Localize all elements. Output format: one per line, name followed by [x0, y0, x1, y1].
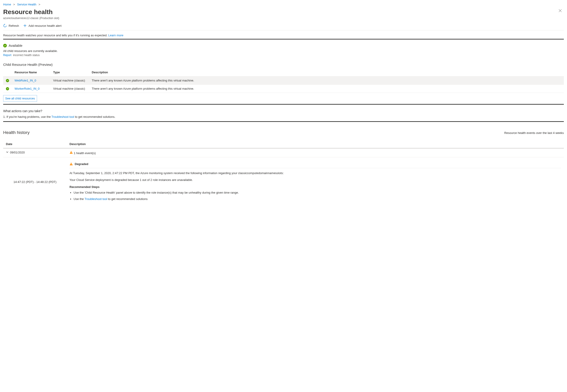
intro-body: Resource health watches your resource an… [3, 34, 107, 37]
resource-name-link[interactable]: WorkerRole1_IN_0 [14, 87, 40, 90]
history-date: 09/01/2020 [10, 151, 25, 154]
refresh-label: Refresh [9, 24, 19, 28]
recommended-step: Use the 'Child Resource Health' panel ab… [73, 190, 561, 195]
warning-icon [70, 162, 73, 166]
svg-rect-2 [71, 163, 71, 165]
close-icon [558, 9, 562, 13]
child-health-heading: Child Resource Health (Preview) [3, 63, 564, 67]
report-text: incorrect health status [13, 54, 40, 57]
col-description: Description [67, 140, 564, 148]
resource-name-link[interactable]: WebRole1_IN_0 [14, 79, 36, 82]
svg-rect-1 [71, 153, 71, 154]
available-icon [3, 44, 7, 47]
actions-list: 1. If you're having problems, use the Tr… [3, 115, 564, 122]
add-alert-button[interactable]: Add resource health alert [23, 24, 61, 28]
breadcrumb-service-health[interactable]: Service Health [17, 3, 37, 6]
chevron-down-icon [6, 151, 9, 154]
history-summary: 1 health event(s) [74, 151, 96, 155]
intro-text: Resource health watches your resource an… [3, 30, 564, 40]
see-all-child-resources-button[interactable]: See all child resources [3, 95, 37, 102]
event-status: Degraded [75, 162, 88, 166]
breadcrumb-sep: > [12, 3, 16, 6]
actions-heading: What actions can you take? [3, 109, 564, 113]
add-alert-label: Add resource health alert [28, 24, 61, 28]
breadcrumb-sep: > [37, 3, 42, 6]
status-ok-icon [6, 87, 9, 90]
learn-more-link[interactable]: Learn more [108, 34, 123, 37]
breadcrumb: Home > Service Health > [3, 2, 564, 7]
breadcrumb-home[interactable]: Home [3, 3, 11, 6]
history-event-row: 14:47:22 (PDT) - 14:48:22 (PDT) Degraded… [3, 157, 564, 207]
col-description: Description [89, 68, 564, 76]
resource-type: Virtual machine (classic) [50, 76, 89, 85]
warning-icon [70, 151, 73, 154]
col-date: Date [3, 140, 67, 148]
status-label: Available [9, 43, 23, 47]
troubleshoot-tool-link[interactable]: Troubleshoot tool [85, 197, 107, 201]
refresh-button[interactable]: Refresh [3, 24, 19, 28]
troubleshoot-tool-link[interactable]: Troubleshoot tool [52, 115, 74, 118]
health-history-table: Date Description 09/01/2020 1 health eve… [3, 140, 564, 207]
col-type: Type [50, 68, 89, 76]
history-group-row[interactable]: 09/01/2020 1 health event(s) [3, 148, 564, 157]
page-subtitle: azurecloudservices12-classic (Production… [3, 16, 59, 20]
resource-desc: There aren't any known Azure platform pr… [89, 76, 564, 85]
plus-icon [23, 24, 27, 28]
resource-type: Virtual machine (classic) [50, 85, 89, 93]
svg-rect-0 [71, 152, 71, 153]
child-resource-table: Resource Name Type Description WebRole1_… [3, 68, 564, 93]
svg-rect-3 [71, 165, 71, 165]
command-bar: Refresh Add resource health alert [3, 20, 564, 30]
recommended-step: Use the Troubleshoot tool to get recomme… [73, 197, 561, 201]
refresh-icon [3, 24, 7, 28]
event-paragraph: Your Cloud Service deployment is degrade… [70, 178, 561, 182]
status-ok-icon [6, 79, 9, 82]
health-history-subtitle: Resource health events over the last 4 w… [504, 131, 564, 135]
event-time-range: 14:47:22 (PDT) - 14:48:22 (PDT) [14, 180, 56, 184]
health-history-title: Health history [3, 130, 29, 135]
close-button[interactable] [556, 7, 564, 14]
table-row[interactable]: WorkerRole1_IN_0 Virtual machine (classi… [3, 85, 564, 93]
table-row[interactable]: WebRole1_IN_0 Virtual machine (classic) … [3, 76, 564, 85]
event-paragraph: At Tuesday, September 1, 2020, 2:47:22 P… [70, 171, 561, 175]
resource-desc: There aren't any known Azure platform pr… [89, 85, 564, 93]
recommended-steps-title: Recommended Steps [70, 185, 561, 189]
page-title: Resource health [3, 8, 59, 16]
status-subtext: All child resources are currently availa… [3, 49, 564, 53]
col-resource-name: Resource Name [12, 68, 50, 76]
report-link[interactable]: Report [3, 54, 11, 57]
